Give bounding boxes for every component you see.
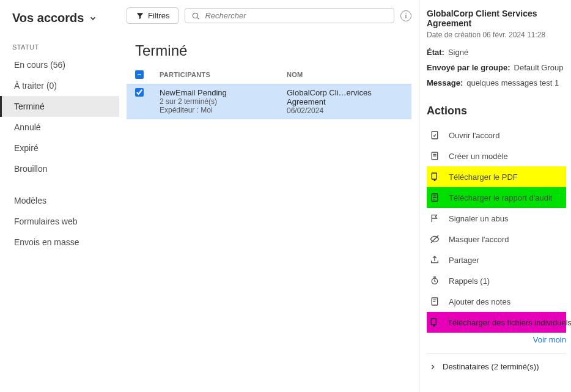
eye-off-icon [429, 234, 440, 244]
filters-label: Filtres [148, 11, 169, 20]
action-create-template[interactable]: Créer un modèle [427, 146, 566, 166]
row-name-line2: 06/02/2024 [287, 106, 411, 115]
sidebar-item-templates[interactable]: Modèles [0, 190, 119, 211]
filter-icon [136, 12, 144, 20]
svg-rect-2 [432, 131, 437, 139]
action-reminders[interactable]: Rappels (1) [427, 270, 566, 291]
row-checkbox[interactable] [135, 88, 144, 97]
svg-rect-16 [431, 319, 436, 325]
download-files-icon [429, 317, 439, 327]
sidebar-item-draft[interactable]: Brouillon [0, 158, 119, 179]
details-title: GlobalCorp Client Services Agreement [427, 9, 566, 28]
action-add-notes[interactable]: Ajouter des notes [427, 291, 566, 312]
sidebar-item-in-progress[interactable]: En cours (56) [0, 54, 119, 75]
table-header: − PARTICIPANTS NOM [127, 70, 411, 84]
action-report-abuse[interactable]: Signaler un abus [427, 208, 566, 229]
action-download-audit[interactable]: Télécharger le rapport d'audit [427, 187, 566, 208]
filters-button[interactable]: Filtres [127, 7, 179, 24]
svg-line-1 [197, 17, 199, 19]
search-input[interactable] [205, 11, 388, 20]
audit-icon [429, 193, 440, 202]
flag-icon [429, 213, 440, 223]
action-share[interactable]: Partager [427, 250, 566, 270]
col-participants[interactable]: PARTICIPANTS [160, 71, 287, 78]
details-created: Date de création 06 févr. 2024 11:28 [427, 31, 566, 39]
sidebar-section-label: STATUT [0, 34, 119, 54]
sidebar-item-to-process[interactable]: À traiter (0) [0, 75, 119, 96]
sidebar-item-webforms[interactable]: Formulaires web [0, 211, 119, 232]
main-panel: Filtres i Terminé − PARTICIPANTS NOM New… [119, 0, 419, 392]
svg-rect-6 [432, 173, 437, 179]
sidebar-item-bulk-send[interactable]: Envois en masse [0, 232, 119, 253]
page-title: Terminé [127, 24, 411, 70]
see-less-link[interactable]: Voir moin [427, 333, 566, 353]
recipients-toggle[interactable]: Destinataires (2 terminé(s)) [427, 353, 566, 380]
open-icon [429, 130, 440, 140]
info-icon[interactable]: i [400, 10, 411, 21]
sidebar-item-expired[interactable]: Expiré [0, 138, 119, 158]
details-sent-by: Envoyé par le groupe:Default Group [427, 63, 566, 72]
share-icon [429, 255, 440, 265]
recipients-label: Destinataires (2 terminé(s)) [443, 362, 539, 371]
col-name[interactable]: NOM [287, 71, 411, 78]
header-checkbox-indeterminate[interactable]: − [135, 70, 144, 79]
table-row[interactable]: NewEmail Pending 2 sur 2 terminé(s) Expé… [127, 84, 411, 119]
row-participant-line1: NewEmail Pending [160, 88, 287, 97]
action-download-individual[interactable]: Télécharger des fichiers individuels (1) [427, 312, 566, 333]
chevron-down-icon [89, 14, 97, 23]
details-panel: GlobalCorp Client Services Agreement Dat… [419, 0, 571, 392]
sidebar: Vos accords STATUT En cours (56) À trait… [0, 0, 119, 392]
svg-point-0 [193, 13, 198, 18]
action-hide-agreement[interactable]: Masquer l'accord [427, 229, 566, 250]
chevron-right-icon [429, 363, 437, 371]
sidebar-item-cancelled[interactable]: Annulé [0, 117, 119, 138]
sidebar-title[interactable]: Vos accords [0, 11, 119, 34]
clock-icon [429, 276, 440, 286]
details-message: Message:quelques messages test 1 [427, 78, 566, 87]
toolbar: Filtres i [127, 7, 411, 24]
actions-title: Actions [427, 105, 566, 117]
row-participant-line3: Expéditeur : Moi [160, 106, 287, 114]
action-open-agreement[interactable]: Ouvrir l'accord [427, 125, 566, 146]
row-name-line1: GlobalCorp Cli…ervices Agreement [287, 88, 411, 106]
action-download-pdf[interactable]: Télécharger le PDF [427, 166, 566, 187]
sidebar-title-text: Vos accords [12, 11, 84, 25]
search-box[interactable] [185, 8, 394, 23]
row-participant-line2: 2 sur 2 terminé(s) [160, 97, 287, 106]
download-pdf-icon [429, 172, 440, 182]
note-icon [429, 297, 440, 306]
details-state: État:Signé [427, 48, 566, 57]
search-icon [191, 12, 200, 20]
sidebar-item-completed[interactable]: Terminé [0, 96, 119, 117]
template-icon [429, 151, 440, 161]
